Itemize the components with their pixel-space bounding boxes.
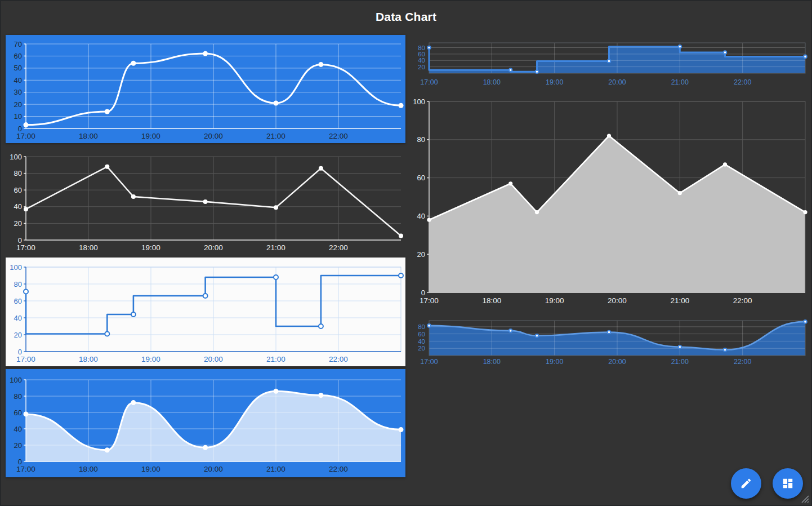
svg-text:30: 30 xyxy=(14,88,22,96)
svg-text:20: 20 xyxy=(418,345,425,352)
chart-panel-step-line-white: 02040608010017:0018:0019:0020:0021:0022:… xyxy=(6,258,405,366)
svg-text:60: 60 xyxy=(14,52,22,60)
pencil-edit-icon xyxy=(740,477,752,490)
svg-text:60: 60 xyxy=(418,51,425,57)
svg-text:20:00: 20:00 xyxy=(204,355,223,363)
svg-text:80: 80 xyxy=(14,169,22,177)
chart-canvas-line-dark[interactable]: 02040608010017:0018:0019:0020:0021:0022:… xyxy=(6,147,405,256)
chart-panel-gray-area-large: 02040608010017:0018:0019:0020:0021:0022:… xyxy=(412,93,809,312)
svg-text:10: 10 xyxy=(14,112,22,121)
svg-text:20: 20 xyxy=(14,441,22,450)
svg-text:60: 60 xyxy=(14,297,22,305)
chart-canvas-step-area-small[interactable]: 2040608017:0018:0019:0020:0021:0022:00 xyxy=(412,35,809,88)
svg-text:22:00: 22:00 xyxy=(329,132,348,140)
svg-text:70: 70 xyxy=(14,40,22,48)
dashboard-grid-icon xyxy=(782,477,794,490)
svg-text:80: 80 xyxy=(418,323,425,330)
svg-text:22:00: 22:00 xyxy=(329,465,348,473)
svg-text:19:00: 19:00 xyxy=(141,355,160,363)
svg-text:21:00: 21:00 xyxy=(671,358,689,366)
svg-text:80: 80 xyxy=(417,135,425,144)
svg-text:18:00: 18:00 xyxy=(79,465,98,473)
svg-text:17:00: 17:00 xyxy=(16,132,35,140)
svg-text:80: 80 xyxy=(14,280,22,288)
svg-text:80: 80 xyxy=(14,392,22,401)
svg-text:20:00: 20:00 xyxy=(204,465,223,473)
svg-text:17:00: 17:00 xyxy=(420,358,438,366)
svg-text:22:00: 22:00 xyxy=(329,243,348,252)
svg-text:21:00: 21:00 xyxy=(671,78,689,86)
svg-text:100: 100 xyxy=(10,153,22,161)
svg-text:20: 20 xyxy=(14,331,22,339)
edit-fab-button[interactable] xyxy=(731,468,761,499)
chart-canvas-step-line-white[interactable]: 02040608010017:0018:0019:0020:0021:0022:… xyxy=(6,258,405,366)
svg-text:100: 100 xyxy=(10,263,22,272)
chart-panel-smooth-area-blue: 02040608010017:0018:0019:0020:0021:0022:… xyxy=(6,369,405,477)
svg-text:18:00: 18:00 xyxy=(482,296,501,305)
svg-text:20: 20 xyxy=(14,100,22,109)
svg-text:40: 40 xyxy=(14,425,22,433)
svg-text:19:00: 19:00 xyxy=(141,465,160,473)
svg-text:20:00: 20:00 xyxy=(608,296,627,305)
svg-text:19:00: 19:00 xyxy=(546,358,563,366)
svg-text:19:00: 19:00 xyxy=(141,243,160,252)
svg-text:20: 20 xyxy=(14,219,22,228)
chart-panel-step-area-small: 2040608017:0018:0019:0020:0021:0022:00 xyxy=(412,35,809,88)
svg-text:80: 80 xyxy=(418,45,425,51)
svg-text:100: 100 xyxy=(413,97,425,106)
svg-text:17:00: 17:00 xyxy=(16,243,35,252)
window-resize-grip[interactable] xyxy=(798,492,809,503)
svg-text:60: 60 xyxy=(418,331,425,338)
svg-text:18:00: 18:00 xyxy=(79,355,98,363)
svg-text:60: 60 xyxy=(14,409,22,417)
svg-text:18:00: 18:00 xyxy=(483,78,501,86)
svg-text:19:00: 19:00 xyxy=(546,78,563,86)
svg-text:20:00: 20:00 xyxy=(608,358,626,366)
svg-text:22:00: 22:00 xyxy=(734,358,751,366)
svg-text:18:00: 18:00 xyxy=(79,243,98,252)
svg-text:50: 50 xyxy=(14,64,22,72)
svg-text:40: 40 xyxy=(14,314,22,322)
svg-text:40: 40 xyxy=(14,202,22,211)
chart-panel-line-dark: 02040608010017:0018:0019:0020:0021:0022:… xyxy=(6,147,405,256)
svg-text:22:00: 22:00 xyxy=(329,355,348,363)
svg-text:21:00: 21:00 xyxy=(266,355,285,363)
svg-text:22:00: 22:00 xyxy=(734,78,751,86)
svg-text:0: 0 xyxy=(421,288,425,297)
svg-text:17:00: 17:00 xyxy=(420,78,438,86)
svg-text:17:00: 17:00 xyxy=(16,355,35,363)
chart-canvas-smooth-area-blue[interactable]: 02040608010017:0018:0019:0020:0021:0022:… xyxy=(6,369,405,477)
svg-text:21:00: 21:00 xyxy=(266,243,285,252)
svg-text:20:00: 20:00 xyxy=(204,243,223,252)
chart-panel-blue-area-small: 2040608017:0018:0019:0020:0021:0022:00 xyxy=(412,314,809,367)
svg-text:18:00: 18:00 xyxy=(79,132,98,140)
svg-text:40: 40 xyxy=(418,338,425,345)
svg-text:19:00: 19:00 xyxy=(545,296,564,305)
chart-panel-smooth-line-blue: 01020304050607017:0018:0019:0020:0021:00… xyxy=(6,35,405,143)
svg-text:100: 100 xyxy=(10,376,22,384)
svg-text:22:00: 22:00 xyxy=(733,296,752,305)
chart-canvas-blue-area-small[interactable]: 2040608017:0018:0019:0020:0021:0022:00 xyxy=(412,314,809,367)
svg-text:20:00: 20:00 xyxy=(608,78,626,86)
svg-text:40: 40 xyxy=(418,57,425,64)
page-title: Data Chart xyxy=(376,10,436,24)
svg-text:60: 60 xyxy=(417,174,425,182)
svg-text:18:00: 18:00 xyxy=(483,358,501,366)
app-header: Data Chart xyxy=(1,1,811,33)
svg-text:60: 60 xyxy=(14,186,22,194)
svg-text:20: 20 xyxy=(417,250,425,259)
svg-text:21:00: 21:00 xyxy=(266,465,285,473)
svg-text:40: 40 xyxy=(417,212,425,220)
svg-text:20: 20 xyxy=(418,64,425,70)
svg-text:40: 40 xyxy=(14,76,22,85)
svg-text:21:00: 21:00 xyxy=(670,296,689,305)
chart-canvas-smooth-line-blue[interactable]: 01020304050607017:0018:0019:0020:0021:00… xyxy=(6,35,405,143)
svg-text:20:00: 20:00 xyxy=(204,132,223,140)
chart-canvas-gray-area-large[interactable]: 02040608010017:0018:0019:0020:0021:0022:… xyxy=(412,93,809,312)
svg-text:17:00: 17:00 xyxy=(420,296,439,305)
svg-text:19:00: 19:00 xyxy=(141,132,160,140)
svg-text:21:00: 21:00 xyxy=(266,132,285,140)
svg-text:17:00: 17:00 xyxy=(16,465,35,473)
